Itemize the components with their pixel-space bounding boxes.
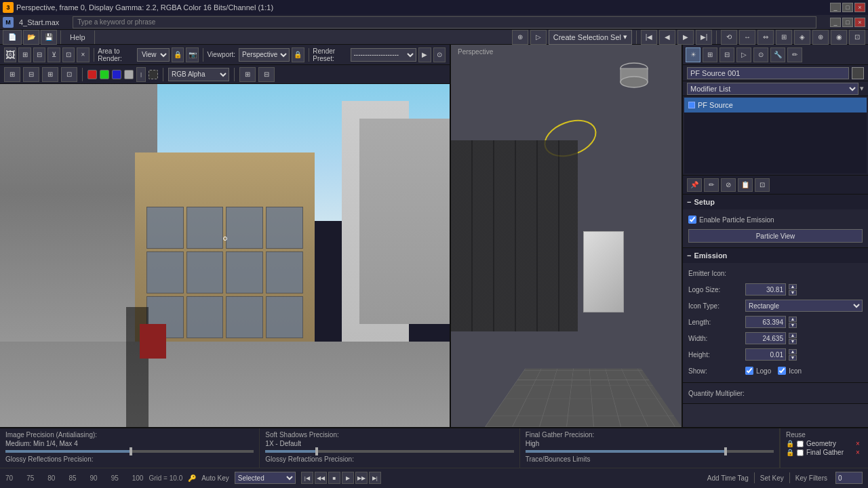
selected-select[interactable]: Selected xyxy=(235,472,296,484)
length-down[interactable]: ▼ xyxy=(789,323,797,328)
soft-shadows-slider-thumb[interactable] xyxy=(315,447,318,455)
render-icon-4[interactable]: ⊻ xyxy=(47,47,60,62)
show-logo-checkbox[interactable] xyxy=(745,367,753,375)
particle-view-btn[interactable]: Particle View xyxy=(688,229,863,243)
help-menu[interactable]: Help xyxy=(64,32,91,43)
obj-name-input[interactable] xyxy=(687,67,849,79)
render-close-btn[interactable]: × xyxy=(854,3,865,12)
viewport-select[interactable]: Perspective xyxy=(239,48,290,62)
render-minimize-btn[interactable]: _ xyxy=(830,3,841,12)
tool-btn1[interactable]: ⟲ xyxy=(721,30,737,45)
height-input[interactable] xyxy=(745,348,786,361)
create-selection-btn[interactable]: Create Selection Sel ▾ xyxy=(549,30,632,45)
color-swatch-empty[interactable] xyxy=(149,70,158,79)
tool-btn7[interactable]: ◉ xyxy=(831,30,847,45)
width-up[interactable]: ▲ xyxy=(789,333,797,338)
final-gather-slider-thumb[interactable] xyxy=(724,447,727,455)
tool-btn2[interactable]: ↔ xyxy=(739,30,755,45)
tool-btn8[interactable]: ⊡ xyxy=(849,30,865,45)
reuse-geometry-check[interactable] xyxy=(797,441,804,447)
prop-icon-extra[interactable]: ✏ xyxy=(787,47,802,62)
width-input[interactable] xyxy=(745,332,786,344)
reuse-final-gather-check[interactable] xyxy=(797,449,804,456)
render-lock-btn[interactable]: 🔒 xyxy=(172,47,184,62)
render-icon-6[interactable]: × xyxy=(77,47,89,62)
mod-copy-btn[interactable]: 📋 xyxy=(738,178,753,192)
color-red[interactable] xyxy=(87,70,97,79)
prop-icon-modifier[interactable]: ⊞ xyxy=(703,47,717,62)
tool-btn5[interactable]: ◈ xyxy=(794,30,810,45)
viewport-lock-btn[interactable]: 🔒 xyxy=(292,47,304,62)
render-cam-btn[interactable]: 📷 xyxy=(186,47,198,62)
image-precision-slider-thumb[interactable] xyxy=(130,447,132,455)
app-close-btn[interactable]: × xyxy=(854,18,865,27)
playback-btn4[interactable]: ▶| xyxy=(696,30,712,45)
show-icon-checkbox[interactable] xyxy=(778,367,786,375)
tool-btn6[interactable]: ⊕ xyxy=(812,30,829,45)
app-win-controls[interactable]: _ □ × xyxy=(830,18,865,27)
playback-btn3[interactable]: ▶ xyxy=(677,30,694,45)
color-green[interactable] xyxy=(100,70,109,79)
logo-size-down[interactable]: ▼ xyxy=(789,290,797,296)
save-btn[interactable]: 💾 xyxy=(41,30,57,45)
modifier-select[interactable]: Modifier List xyxy=(687,83,859,95)
frame-input[interactable] xyxy=(835,472,863,484)
mod-edit-btn[interactable]: ✏ xyxy=(704,178,719,192)
render-win-controls[interactable]: _ □ × xyxy=(830,3,865,12)
preset-select[interactable]: -------------------- xyxy=(351,48,417,62)
mod-paste-btn[interactable]: ⊡ xyxy=(755,178,770,192)
color-btn1[interactable]: | xyxy=(136,67,146,82)
timeline-next-btn[interactable]: ▶▶ xyxy=(355,472,368,484)
logo-size-input[interactable] xyxy=(745,283,786,296)
preset-btn2[interactable]: ⊙ xyxy=(433,47,446,62)
prop-icon-motion[interactable]: ▷ xyxy=(736,47,751,62)
render-icon-1[interactable]: 🖼 xyxy=(4,47,16,62)
render-icon-5[interactable]: ⊡ xyxy=(62,47,75,62)
mod-config-btn[interactable]: ⊘ xyxy=(721,178,736,192)
select-btn[interactable]: ▷ xyxy=(530,30,547,45)
modifier-pf-source[interactable]: PF Source xyxy=(684,98,867,113)
render-tb2-btn2[interactable]: ⊟ xyxy=(23,67,39,82)
search-bar[interactable]: Type a keyword or phrase xyxy=(73,16,816,28)
prop-icon-utilities[interactable]: 🔧 xyxy=(770,47,785,62)
channel-btn2[interactable]: ⊟ xyxy=(258,67,275,82)
prop-icon-hierarchy[interactable]: ⊟ xyxy=(719,47,734,62)
timeline-play-btn[interactable]: ▶ xyxy=(342,472,354,484)
color-blue[interactable] xyxy=(112,70,121,79)
logo-size-up[interactable]: ▲ xyxy=(789,284,797,289)
app-minimize-btn[interactable]: _ xyxy=(830,18,841,27)
setup-section-header[interactable]: − Setup xyxy=(683,195,868,209)
reuse-final-gather-x[interactable]: × xyxy=(853,449,863,456)
emission-section-header[interactable]: − Emission xyxy=(683,248,868,263)
mod-pin-btn[interactable]: 📌 xyxy=(687,178,702,192)
new-btn[interactable]: 📄 xyxy=(3,30,22,45)
timeline-first-btn[interactable]: |◀ xyxy=(301,472,313,484)
timeline-last-btn[interactable]: ▶| xyxy=(369,472,381,484)
timeline-prev-btn[interactable]: ◀◀ xyxy=(315,472,327,484)
channel-btn1[interactable]: ⊞ xyxy=(239,67,256,82)
obj-color-swatch[interactable] xyxy=(852,67,864,79)
playback-btn1[interactable]: |◀ xyxy=(641,30,657,45)
timeline-stop-btn[interactable]: ■ xyxy=(328,472,340,484)
prop-icon-display[interactable]: ⊙ xyxy=(753,47,768,62)
color-white[interactable] xyxy=(124,70,134,79)
reuse-geometry-x[interactable]: × xyxy=(853,440,863,447)
height-down[interactable]: ▼ xyxy=(789,355,797,361)
length-input[interactable] xyxy=(745,316,786,328)
enable-particle-checkbox[interactable] xyxy=(688,216,696,224)
width-down[interactable]: ▼ xyxy=(789,339,797,344)
preset-btn1[interactable]: ▶ xyxy=(418,47,431,62)
prop-icon-render[interactable]: ☀ xyxy=(686,47,701,62)
open-btn[interactable]: 📂 xyxy=(23,30,39,45)
render-tb2-btn4[interactable]: ⊡ xyxy=(61,67,77,82)
render-tb2-btn3[interactable]: ⊞ xyxy=(42,67,58,82)
render-tb2-btn1[interactable]: ⊞ xyxy=(4,67,20,82)
render-icon-2[interactable]: ⊞ xyxy=(18,47,31,62)
render-maximize-btn[interactable]: □ xyxy=(842,3,853,12)
area-select[interactable]: View xyxy=(137,48,170,62)
playback-btn2[interactable]: ◀ xyxy=(659,30,675,45)
tool-btn4[interactable]: ⊞ xyxy=(776,30,792,45)
tool-btn3[interactable]: ⇔ xyxy=(757,30,774,45)
render-icon-3[interactable]: ⊟ xyxy=(33,47,45,62)
length-up[interactable]: ▲ xyxy=(789,317,797,322)
